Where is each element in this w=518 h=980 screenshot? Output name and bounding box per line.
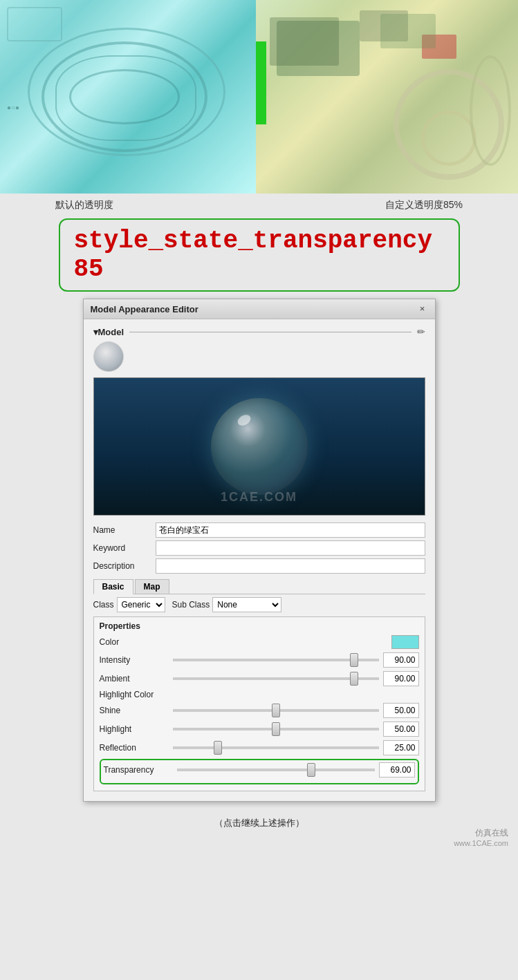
reflection-track[interactable] <box>173 746 379 749</box>
top-image-left: ●○● <box>0 0 256 194</box>
highlight-row: Highlight <box>100 722 419 737</box>
intensity-row: Intensity <box>100 652 419 668</box>
title-text: style_state_transparency 85 <box>74 227 432 283</box>
ambient-track[interactable] <box>173 677 379 680</box>
shine-row: Shine <box>100 703 419 718</box>
dialog-titlebar: Model Appearance Editor × <box>84 299 435 319</box>
properties-box: Properties Color Intensity Ambient <box>93 616 425 791</box>
properties-title: Properties <box>100 621 419 631</box>
title-box: style_state_transparency 85 <box>59 218 460 292</box>
bottom-area: （点击继续上述操作） 仿真在线 www.1CAE.com <box>0 809 518 853</box>
class-select[interactable]: Generic <box>117 597 165 612</box>
name-input[interactable] <box>156 522 425 538</box>
description-row: Description <box>93 558 425 574</box>
class-row: Class Generic Sub Class None <box>93 597 425 612</box>
intensity-value[interactable] <box>383 652 419 668</box>
description-input[interactable] <box>156 558 425 574</box>
preview-area: 1CAE.COM <box>93 377 425 516</box>
highlight-color-label: Highlight Color <box>100 690 169 699</box>
intensity-track[interactable] <box>173 659 379 661</box>
keyword-input[interactable] <box>156 540 425 556</box>
top-image-right <box>256 0 518 194</box>
reflection-row: Reflection <box>100 740 419 755</box>
description-label: Description <box>93 561 156 571</box>
watermark-label: 仿真在线 <box>454 827 508 839</box>
site-label: www.1CAE.com <box>454 839 508 847</box>
preview-sphere <box>211 398 308 495</box>
watermark: 1CAE.COM <box>221 490 297 505</box>
label-default-transparency: 默认的透明度 <box>55 199 113 211</box>
shine-track[interactable] <box>173 709 379 712</box>
color-row: Color <box>100 635 419 649</box>
shine-label: Shine <box>100 706 169 715</box>
class-label: Class <box>93 600 114 610</box>
top-images: ●○● <box>0 0 518 194</box>
ambient-row: Ambient <box>100 671 419 686</box>
dialog-body: ▾Model ✏ 1CAE.COM Name Keyword Descripti… <box>84 319 435 801</box>
highlight-value[interactable] <box>383 722 419 737</box>
reflection-label: Reflection <box>100 743 169 753</box>
model-swatch[interactable] <box>93 341 124 372</box>
name-label: Name <box>93 525 156 535</box>
transparency-track[interactable] <box>177 769 375 771</box>
highlight-label: Highlight <box>100 724 169 734</box>
dialog-title: Model Appearance Editor <box>91 304 198 314</box>
ambient-value[interactable] <box>383 671 419 686</box>
transparency-value[interactable] <box>379 762 415 778</box>
highlight-color-row: Highlight Color <box>100 690 419 699</box>
transparency-row: Transparency <box>104 762 415 778</box>
label-custom-transparency: 自定义透明度85% <box>385 199 463 211</box>
tab-basic[interactable]: Basic <box>93 579 133 594</box>
label-row: 默认的透明度 自定义透明度85% <box>0 194 518 214</box>
intensity-label: Intensity <box>100 655 169 665</box>
keyword-label: Keyword <box>93 543 156 553</box>
color-swatch[interactable] <box>391 635 419 649</box>
pin-icon[interactable]: ✏ <box>417 326 425 337</box>
reflection-value[interactable] <box>383 740 419 755</box>
subclass-label: Sub Class <box>172 600 210 610</box>
ambient-label: Ambient <box>100 674 169 684</box>
model-header: ▾Model ✏ <box>93 326 425 337</box>
model-label: ▾Model <box>93 327 124 337</box>
shine-value[interactable] <box>383 703 419 718</box>
close-button[interactable]: × <box>417 303 428 314</box>
transparency-highlight: Transparency <box>100 759 419 784</box>
dialog: Model Appearance Editor × ▾Model ✏ 1CAE.… <box>83 299 436 802</box>
color-label: Color <box>100 637 169 647</box>
name-row: Name <box>93 522 425 538</box>
bottom-text: （点击继续上述操作） <box>0 817 518 829</box>
highlight-track[interactable] <box>173 728 379 731</box>
model-line <box>129 332 411 332</box>
tab-map[interactable]: Map <box>135 579 169 594</box>
transparency-label: Transparency <box>104 765 173 775</box>
subclass-select[interactable]: None <box>212 597 281 612</box>
keyword-row: Keyword <box>93 540 425 556</box>
tabs-row: Basic Map <box>93 579 425 594</box>
